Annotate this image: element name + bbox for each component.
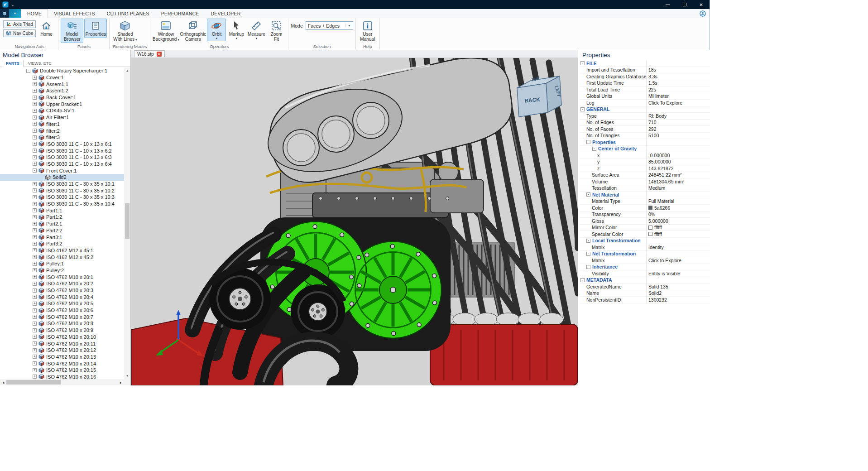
expand-toggle-icon[interactable]: + bbox=[33, 288, 37, 293]
expand-toggle-icon[interactable]: + bbox=[33, 222, 37, 226]
tree-item[interactable]: +ISO 3030 11 C - 10 x 13 x 6:4 bbox=[0, 161, 124, 168]
expand-toggle-icon[interactable]: + bbox=[33, 208, 37, 212]
collapse-toggle-icon[interactable]: - bbox=[586, 239, 590, 243]
property-group-row[interactable]: -Net Transformation bbox=[580, 251, 710, 258]
expand-toggle-icon[interactable]: + bbox=[33, 368, 37, 372]
measure-button[interactable]: Measure ▾ bbox=[247, 19, 266, 41]
expand-toggle-icon[interactable]: + bbox=[33, 228, 37, 232]
expand-toggle-icon[interactable]: + bbox=[33, 142, 37, 146]
property-group-row[interactable]: -Properties bbox=[580, 139, 710, 146]
expand-toggle-icon[interactable]: + bbox=[33, 375, 37, 379]
scroll-up-icon[interactable]: ▲ bbox=[124, 67, 130, 74]
expand-toggle-icon[interactable]: + bbox=[33, 268, 37, 272]
expand-toggle-icon[interactable]: + bbox=[33, 96, 37, 100]
property-group-row[interactable]: -GENERAL bbox=[580, 106, 710, 113]
tree-item[interactable]: +Part1:1 bbox=[0, 207, 124, 214]
property-group-row[interactable]: -Inheritance bbox=[580, 264, 710, 271]
selection-mode-dropdown[interactable]: Faces + Edges ▼ bbox=[306, 21, 353, 30]
tree-item[interactable]: +ISO 3030 11 C - 10 x 13 x 6:3 bbox=[0, 154, 124, 161]
tree-item[interactable]: +filter:1 bbox=[0, 121, 124, 128]
tree-item[interactable]: +CDK4p-SV:1 bbox=[0, 107, 124, 114]
expand-toggle-icon[interactable]: + bbox=[33, 155, 37, 159]
scroll-down-icon[interactable]: ▼ bbox=[124, 373, 130, 379]
home-view-button[interactable]: Home bbox=[37, 19, 56, 38]
ribbon-tab-home[interactable]: HOME bbox=[21, 9, 48, 18]
tree-item[interactable]: +filter:2 bbox=[0, 127, 124, 134]
tree-item[interactable]: +ISO 4762 M10 x 20:16 bbox=[0, 374, 124, 379]
ribbon-tab-performance[interactable]: PERFORMANCE bbox=[155, 9, 205, 18]
orthographic-camera-button[interactable]: Orthographic Camera bbox=[180, 19, 206, 43]
expand-toggle-icon[interactable]: + bbox=[33, 135, 37, 139]
collapse-toggle-icon[interactable]: - bbox=[580, 107, 585, 111]
document-tab[interactable]: W16.stp ✕ bbox=[134, 50, 165, 58]
tree-item[interactable]: +Air Filter:1 bbox=[0, 114, 124, 121]
expand-toggle-icon[interactable]: + bbox=[33, 162, 37, 166]
tree-item[interactable]: +ISO 4762 M10 x 20:3 bbox=[0, 287, 124, 294]
tree-item[interactable]: +ISO 3030 11 C - 30 x 35 x 10:1 bbox=[0, 181, 124, 187]
tree-item[interactable]: +ISO 4762 M10 x 20:5 bbox=[0, 300, 124, 307]
tree-item[interactable]: +filter:3 bbox=[0, 134, 124, 141]
expand-toggle-icon[interactable]: + bbox=[33, 188, 37, 192]
collapse-toggle-icon[interactable]: - bbox=[580, 278, 585, 282]
expand-toggle-icon[interactable]: + bbox=[33, 76, 37, 80]
collapse-toggle-icon[interactable]: - bbox=[592, 147, 596, 151]
expand-toggle-icon[interactable]: + bbox=[33, 295, 37, 299]
expand-toggle-icon[interactable]: + bbox=[33, 109, 37, 113]
scroll-left-icon[interactable]: ◀ bbox=[0, 379, 6, 385]
expand-toggle-icon[interactable]: + bbox=[33, 248, 37, 252]
tree-vertical-scrollbar[interactable]: ▲ ▼ bbox=[124, 67, 130, 379]
tree-item[interactable]: +Part2:2 bbox=[0, 227, 124, 234]
tree-item[interactable]: +ISO 4762 M10 x 20:12 bbox=[0, 347, 124, 354]
expand-toggle-icon[interactable]: + bbox=[33, 129, 37, 133]
expand-toggle-icon[interactable]: + bbox=[33, 355, 37, 359]
tree-item[interactable]: +ISO 4162 M12 x 45:2 bbox=[0, 254, 124, 260]
tree-item[interactable]: +Part3:1 bbox=[0, 234, 124, 240]
browser-tab-views-etc[interactable]: VIEWS, ETC bbox=[24, 60, 55, 67]
tree-item[interactable]: +Part2:1 bbox=[0, 221, 124, 227]
expand-toggle-icon[interactable]: + bbox=[33, 89, 37, 93]
expand-toggle-icon[interactable]: + bbox=[33, 302, 37, 306]
tree-item[interactable]: +ISO 4762 M10 x 20:11 bbox=[0, 340, 124, 347]
expand-toggle-icon[interactable]: + bbox=[33, 149, 37, 153]
tree-item[interactable]: +Pulley:2 bbox=[0, 267, 124, 274]
tree-item[interactable]: +ISO 4762 M10 x 20:8 bbox=[0, 320, 124, 327]
tree-item[interactable]: +Assem1:1 bbox=[0, 81, 124, 87]
collapse-toggle-icon[interactable]: - bbox=[26, 69, 30, 73]
nav-cube-toggle[interactable]: Nav Cube bbox=[3, 29, 36, 37]
tree-item[interactable]: +ISO 4762 M10 x 20:15 bbox=[0, 367, 124, 374]
expand-toggle-icon[interactable]: + bbox=[33, 282, 37, 286]
collapse-toggle-icon[interactable]: - bbox=[586, 265, 590, 269]
tree-item[interactable]: +ISO 4762 M10 x 20:14 bbox=[0, 360, 124, 367]
close-document-icon[interactable]: ✕ bbox=[157, 52, 162, 57]
ribbon-tab-visual-effects[interactable]: VISUAL EFFECTS bbox=[48, 9, 101, 18]
tree-horizontal-scrollbar[interactable]: ◀ ▶ bbox=[0, 379, 124, 385]
axis-triad-toggle[interactable]: Axis Triad bbox=[3, 20, 36, 28]
expand-toggle-icon[interactable]: + bbox=[33, 182, 37, 186]
quick-access-caret-icon[interactable]: ⌄ bbox=[11, 3, 14, 7]
expand-toggle-icon[interactable]: + bbox=[33, 82, 37, 86]
account-icon[interactable] bbox=[700, 9, 706, 18]
tree-item[interactable]: +ISO 3030 11 C - 10 x 13 x 6:1 bbox=[0, 141, 124, 148]
tree-item[interactable]: +ISO 3030 11 C - 30 x 35 x 10:3 bbox=[0, 194, 124, 201]
property-group-row[interactable]: -Local Transformation bbox=[580, 238, 710, 245]
expand-toggle-icon[interactable]: + bbox=[33, 262, 37, 266]
tree-item[interactable]: +ISO 3030 11 C - 30 x 35 x 10:4 bbox=[0, 201, 124, 207]
tree-item[interactable]: +ISO 4762 M10 x 20:1 bbox=[0, 274, 124, 280]
expand-toggle-icon[interactable]: + bbox=[33, 275, 37, 279]
expand-toggle-icon[interactable]: + bbox=[33, 255, 37, 259]
tree-item[interactable]: +Pulley:1 bbox=[0, 260, 124, 267]
window-background-button[interactable]: Window Background▾ bbox=[153, 19, 179, 43]
tree-item[interactable]: Solid2 bbox=[0, 174, 124, 181]
minimize-button[interactable] bbox=[659, 0, 676, 9]
property-group-row[interactable]: -Net Material bbox=[580, 192, 710, 198]
expand-toggle-icon[interactable]: + bbox=[33, 215, 37, 219]
property-group-row[interactable]: -Center of Gravity bbox=[580, 146, 710, 153]
tree-item[interactable]: -Front Cover:1 bbox=[0, 167, 124, 174]
tree-item[interactable]: +ISO 4162 M12 x 45:1 bbox=[0, 247, 124, 254]
tree-item[interactable]: +ISO 4762 M10 x 20:10 bbox=[0, 334, 124, 341]
tree-item[interactable]: +ISO 3030 11 C - 30 x 35 x 10:2 bbox=[0, 187, 124, 194]
tree-item[interactable]: +ISO 4762 M10 x 20:4 bbox=[0, 293, 124, 300]
tree-item[interactable]: +ISO 4762 M10 x 20:13 bbox=[0, 354, 124, 360]
viewport-3d-scene[interactable]: BACK LEFT TOP bbox=[131, 58, 578, 385]
expand-toggle-icon[interactable]: + bbox=[33, 242, 37, 246]
